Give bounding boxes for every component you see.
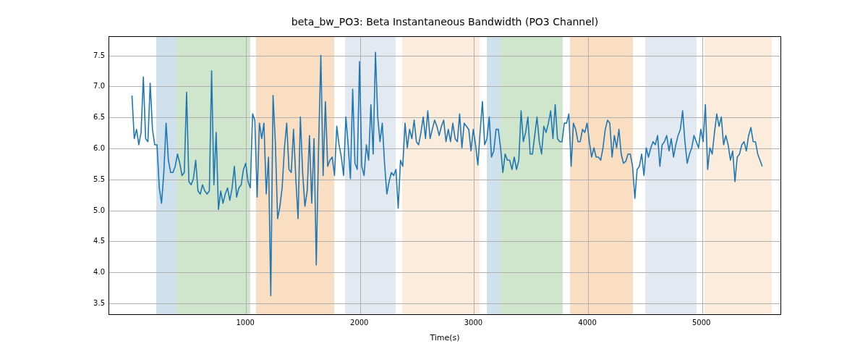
y-axis-label: Hz bbox=[72, 0, 84, 36]
x-axis-label: Time(s) bbox=[109, 333, 781, 342]
x-tick: 4000 bbox=[566, 319, 609, 327]
line-series bbox=[109, 37, 780, 314]
x-tick: 2000 bbox=[338, 319, 381, 327]
y-tick: 4.5 bbox=[61, 237, 105, 245]
y-tick: 3.5 bbox=[61, 298, 105, 306]
chart-title: beta_bw_PO3: Beta Instantaneous Bandwidt… bbox=[109, 16, 781, 28]
y-tick: 6.5 bbox=[61, 113, 105, 121]
x-tick: 5000 bbox=[680, 319, 723, 327]
x-tick: 3000 bbox=[451, 319, 495, 327]
y-tick: 4.0 bbox=[61, 268, 105, 276]
y-tick: 7.0 bbox=[61, 82, 105, 90]
y-tick: 5.5 bbox=[61, 174, 105, 182]
x-tick: 1000 bbox=[224, 319, 267, 327]
plot-area bbox=[109, 36, 781, 315]
figure: beta_bw_PO3: Beta Instantaneous Bandwidt… bbox=[0, 0, 868, 362]
y-tick: 7.5 bbox=[61, 51, 105, 59]
y-tick: 5.0 bbox=[61, 206, 105, 214]
y-tick: 6.0 bbox=[61, 144, 105, 152]
series-beta_bw_PO3 bbox=[132, 52, 762, 295]
